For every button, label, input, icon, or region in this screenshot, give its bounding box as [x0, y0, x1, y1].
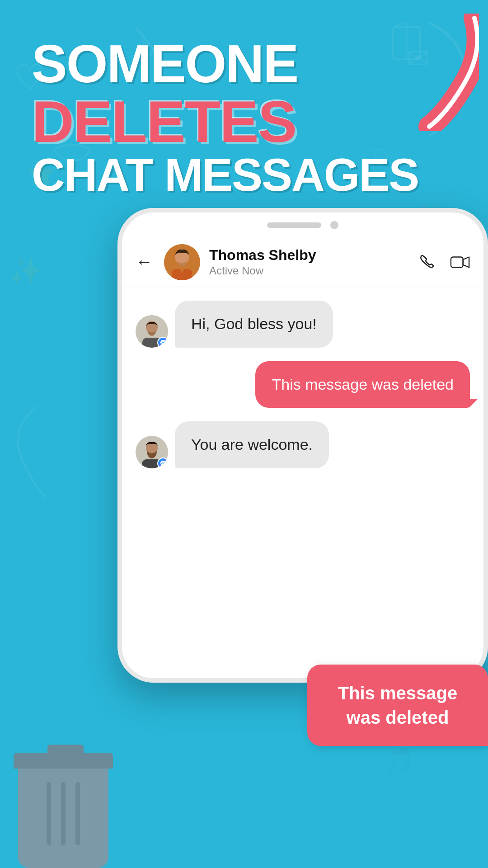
back-button[interactable]: ← — [136, 252, 153, 272]
message-bubble-2: This message was deleted — [255, 361, 470, 408]
contact-info: Thomas Shelby Active Now — [209, 247, 408, 277]
video-call-button[interactable] — [450, 252, 470, 272]
contact-avatar — [164, 244, 200, 280]
messenger-badge-1 — [157, 337, 168, 348]
chat-header: ← Thomas Shelby — [122, 237, 483, 287]
message-row-2: This message was deleted — [136, 361, 470, 408]
chat-area: Hi, God bless you! This message was dele… — [122, 287, 483, 678]
red-curve-decoration — [402, 14, 479, 131]
message-row-3: You are welcome. — [136, 421, 470, 468]
sender-avatar-3 — [136, 436, 168, 468]
messenger-badge-3 — [157, 458, 168, 468]
contact-name: Thomas Shelby — [209, 247, 408, 264]
trash-can-decoration — [0, 741, 136, 868]
phone-call-button[interactable] — [418, 252, 437, 272]
deleted-bubble-bottom: This message was deleted — [307, 665, 488, 746]
trash-lines — [18, 769, 108, 845]
svg-text:🎵: 🎵 — [384, 745, 415, 775]
trash-lid — [14, 753, 113, 769]
header-action-icons — [418, 252, 470, 272]
svg-rect-20 — [451, 257, 463, 267]
phone-camera — [330, 221, 338, 229]
trash-lid-handle — [47, 745, 84, 754]
headline-line3: CHAT MESSAGES — [32, 151, 456, 199]
contact-status: Active Now — [209, 264, 408, 277]
phone-top-bar — [122, 212, 483, 237]
headline-line1: SOMEONE — [32, 36, 456, 92]
headline-line2: DELETES — [32, 92, 456, 151]
trash-body — [18, 769, 108, 868]
phone-speaker — [267, 222, 321, 228]
message-bubble-3: You are welcome. — [175, 421, 329, 468]
message-bubble-1: Hi, God bless you! — [175, 301, 333, 348]
message-row-1: Hi, God bless you! — [136, 301, 470, 348]
sender-avatar-1 — [136, 315, 168, 348]
phone-mockup: ← Thomas Shelby — [27, 208, 488, 683]
phone-body: ← Thomas Shelby — [117, 208, 488, 683]
svg-text:♡: ♡ — [27, 703, 47, 728]
